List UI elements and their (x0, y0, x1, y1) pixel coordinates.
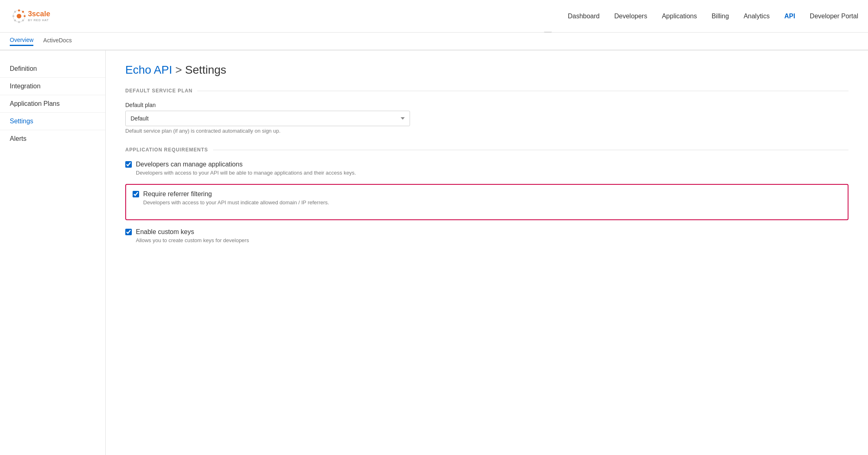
checkbox-row-referrer: Require referrer filtering (133, 190, 841, 198)
nav-item-api[interactable]: API (784, 13, 795, 20)
sidebar-item-definition[interactable]: Definition (0, 60, 105, 78)
nav-item-billing[interactable]: Billing (711, 13, 729, 20)
section-service-plan: DEFAULT SERVICE PLAN Default plan Defaul… (125, 88, 848, 134)
sidebar: Definition Integration Application Plans… (0, 50, 106, 455)
checkbox-custom-keys[interactable] (125, 229, 132, 235)
sub-nav-overview[interactable]: Overview (10, 37, 33, 46)
nav-link-developer-portal[interactable]: Developer Portal (810, 13, 858, 20)
nav-item-applications[interactable]: Applications (662, 13, 697, 20)
svg-point-3 (24, 15, 26, 17)
checkbox-desc-referrer: Developers with access to your API must … (143, 199, 841, 206)
nav-link-dashboard[interactable]: Dashboard (568, 13, 600, 20)
checkbox-item-manage-apps: Developers can manage applications Devel… (125, 161, 848, 176)
nav-item-developer-portal[interactable]: Developer Portal (810, 13, 858, 20)
checkbox-desc-manage-apps: Developers with access to your API will … (136, 170, 848, 176)
checkbox-item-custom-keys: Enable custom keys Allows you to create … (125, 228, 848, 243)
checkbox-row-manage-apps: Developers can manage applications (125, 161, 848, 168)
api-name: Echo API (125, 63, 172, 76)
section-app-requirements: APPLICATION REQUIREMENTS Developers can … (125, 147, 848, 243)
nav-item-developers[interactable]: Developers (614, 13, 647, 20)
top-nav: 3scale BY RED HAT Dashboard Developers A… (0, 0, 868, 33)
page-subtitle: Settings (185, 63, 226, 76)
svg-point-5 (18, 21, 20, 23)
nav-links: Dashboard Developers Applications Billin… (568, 13, 858, 20)
nav-link-applications[interactable]: Applications (662, 13, 697, 20)
svg-point-9 (17, 13, 21, 18)
default-plan-select[interactable]: Default (125, 111, 410, 126)
default-plan-help: Default service plan (if any) is contrac… (125, 128, 848, 134)
svg-point-2 (22, 11, 24, 13)
checkbox-referrer-filtering[interactable] (133, 191, 139, 197)
nav-link-api[interactable]: API (784, 13, 795, 20)
svg-point-6 (14, 19, 16, 21)
highlighted-box-referrer: Require referrer filtering Developers wi… (125, 184, 848, 220)
page-title: Echo API > Settings (125, 63, 848, 77)
checkbox-label-referrer: Require referrer filtering (143, 190, 212, 198)
checkbox-row-custom-keys: Enable custom keys (125, 228, 848, 236)
logo: 3scale BY RED HAT (10, 6, 63, 26)
svg-text:3scale: 3scale (28, 10, 50, 18)
sidebar-item-settings[interactable]: Settings (0, 113, 105, 130)
sidebar-item-integration[interactable]: Integration (0, 78, 105, 95)
section-title-app-requirements: APPLICATION REQUIREMENTS (125, 147, 848, 153)
svg-point-7 (13, 15, 15, 17)
sidebar-item-application-plans[interactable]: Application Plans (0, 95, 105, 113)
default-plan-group: Default plan Default Default service pla… (125, 102, 848, 134)
main-layout: Definition Integration Application Plans… (0, 50, 868, 455)
section-title-service-plan: DEFAULT SERVICE PLAN (125, 88, 848, 94)
sub-nav: Overview ActiveDocs (0, 33, 868, 50)
svg-point-1 (18, 9, 20, 11)
nav-link-billing[interactable]: Billing (711, 13, 729, 20)
default-plan-label: Default plan (125, 102, 848, 108)
svg-point-4 (22, 19, 24, 21)
nav-link-developers[interactable]: Developers (614, 13, 647, 20)
nav-item-dashboard[interactable]: Dashboard (568, 13, 600, 20)
logo-area: 3scale BY RED HAT (10, 6, 63, 26)
svg-point-8 (14, 11, 16, 13)
sub-nav-activedocs[interactable]: ActiveDocs (43, 37, 72, 45)
nav-link-analytics[interactable]: Analytics (744, 13, 770, 20)
sidebar-item-alerts[interactable]: Alerts (0, 130, 105, 147)
checkbox-manage-apps[interactable] (125, 161, 132, 168)
checkbox-label-manage-apps: Developers can manage applications (136, 161, 242, 168)
checkbox-desc-custom-keys: Allows you to create custom keys for dev… (136, 237, 848, 243)
checkbox-label-custom-keys: Enable custom keys (136, 228, 194, 236)
main-content: Echo API > Settings DEFAULT SERVICE PLAN… (106, 50, 868, 455)
checkbox-item-referrer: Require referrer filtering Developers wi… (133, 190, 841, 206)
svg-text:BY RED HAT: BY RED HAT (28, 18, 49, 22)
nav-item-analytics[interactable]: Analytics (744, 13, 770, 20)
